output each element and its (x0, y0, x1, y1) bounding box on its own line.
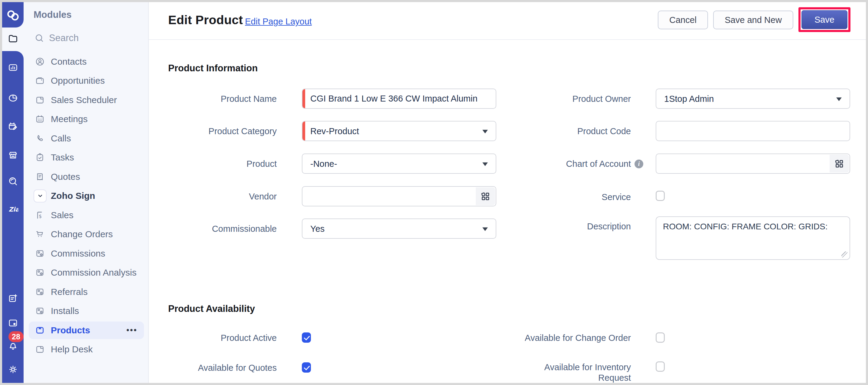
commissionable-select[interactable]: Yes (302, 219, 496, 239)
products-box-icon (35, 325, 45, 335)
main-panel: Edit Product Edit Page Layout Cancel Sav… (149, 2, 866, 383)
custom-module-icon (35, 268, 45, 278)
product-active-checkbox[interactable] (302, 332, 311, 343)
chart-of-account-lookup-field[interactable] (656, 154, 850, 174)
chart-of-account-input[interactable] (656, 154, 849, 173)
product-label: Product (186, 159, 277, 169)
sidebar-item-zoho-sign[interactable]: Zoho Sign (24, 187, 148, 206)
sidebar-item-referrals[interactable]: Referrals (24, 282, 148, 301)
custom-module-icon (35, 306, 45, 316)
available-for-inventory-request-checkbox[interactable] (656, 361, 665, 372)
sidebar-item-sales[interactable]: $ Sales (24, 205, 148, 225)
module-list: Contacts Opportunities Sales Scheduler M… (24, 52, 148, 359)
edit-page-layout-link[interactable]: Edit Page Layout (245, 17, 312, 27)
sidebar-item-opportunities[interactable]: Opportunities (24, 71, 148, 91)
product-code-field[interactable] (656, 121, 850, 141)
save-and-new-button[interactable]: Save and New (713, 10, 793, 29)
vendor-lookup-field[interactable] (302, 186, 496, 206)
description-textarea[interactable]: ROOM: CONFIG: FRAME COLOR: GRIDS: (656, 217, 849, 259)
product-owner-select[interactable]: 1Stop Admin (656, 89, 850, 109)
help-desk-icon (35, 345, 45, 354)
add-note-icon[interactable] (7, 293, 18, 304)
notification-badge[interactable]: 28 (8, 331, 24, 342)
available-for-change-order-checkbox[interactable] (656, 332, 665, 343)
commissionable-label: Commissionable (186, 224, 277, 234)
chevron-down-icon (483, 162, 488, 166)
zia-icon[interactable]: Zia (7, 204, 18, 215)
available-for-quotes-checkbox[interactable] (302, 362, 311, 373)
zoho-crm-logo-icon[interactable] (6, 8, 20, 22)
modules-sidebar: Modules + Search Contacts Opportunities … (24, 2, 149, 383)
product-select[interactable]: -None- (302, 154, 496, 174)
sidebar-item-sales-scheduler[interactable]: Sales Scheduler (24, 90, 148, 110)
annotation-highlight: Save (799, 7, 850, 32)
calendar-icon[interactable] (7, 318, 18, 328)
save-button[interactable]: Save (802, 10, 847, 29)
available-for-quotes-label: Available for Quotes (186, 363, 277, 373)
cancel-button[interactable]: Cancel (658, 10, 708, 29)
edit-product-form: Product Information Product Name Product… (149, 40, 866, 383)
lookup-grid-icon[interactable] (830, 155, 849, 172)
change-orders-cart-icon (35, 229, 45, 239)
product-code-label: Product Code (540, 126, 631, 137)
analytics-pie-icon[interactable] (7, 93, 18, 103)
zoho-crm-window: Zia 28 Modules + Search Contacts (2, 2, 866, 383)
settings-gear-icon[interactable] (7, 364, 18, 375)
available-for-change-order-label: Available for Change Order (510, 333, 631, 343)
section-product-information: Product Information (168, 63, 258, 74)
product-active-label: Product Active (186, 333, 277, 343)
sales-doc-icon: $ (35, 210, 45, 220)
sidebar-item-calls[interactable]: Calls (24, 129, 148, 148)
quotes-icon (35, 172, 45, 182)
available-for-inventory-request-label: Available for InventoryRequest (531, 362, 631, 383)
sidebar-item-quotes[interactable]: Quotes (24, 167, 148, 187)
search-icon (34, 33, 44, 43)
tasks-icon (35, 153, 45, 162)
modules-folder-icon[interactable] (7, 33, 18, 44)
marketplace-icon[interactable] (7, 150, 18, 160)
product-category-select[interactable]: Rev-Product (302, 121, 496, 141)
opportunities-icon (35, 76, 45, 86)
description-field: ROOM: CONFIG: FRAME COLOR: GRIDS: (656, 216, 850, 260)
zoho-sign-chevron-icon[interactable] (34, 190, 46, 202)
sidebar-item-change-orders[interactable]: Change Orders (24, 225, 148, 244)
page-title: Edit Product (168, 13, 243, 27)
lookup-grid-icon[interactable] (476, 187, 495, 205)
product-name-input[interactable] (303, 89, 496, 108)
custom-module-icon (35, 249, 45, 258)
calls-phone-icon (35, 134, 45, 143)
sidebar-item-contacts[interactable]: Contacts (24, 52, 148, 71)
service-label: Service (540, 192, 631, 202)
search-label: Search (49, 33, 79, 43)
sidebar-title: Modules (34, 9, 72, 20)
sidebar-item-commissions[interactable]: Commissions (24, 244, 148, 263)
product-owner-label: Product Owner (540, 94, 631, 104)
product-name-label: Product Name (186, 94, 277, 104)
chevron-down-icon (836, 97, 842, 101)
meetings-icon (35, 114, 45, 124)
sidebar-item-tasks[interactable]: Tasks (24, 148, 148, 167)
sidebar-item-commission-analysis[interactable]: Commission Analysis (24, 263, 148, 283)
global-search-icon[interactable] (7, 176, 18, 187)
contacts-icon (35, 57, 45, 66)
sidebar-item-meetings[interactable]: Meetings (24, 110, 148, 129)
vendor-input[interactable] (303, 187, 496, 206)
calendar-edit-icon[interactable] (7, 121, 18, 132)
chevron-down-icon (483, 130, 488, 133)
sidebar-item-help-desk[interactable]: Help Desk (24, 340, 148, 359)
chart-of-account-label: Chart of Account (540, 159, 631, 169)
service-checkbox[interactable] (656, 191, 665, 201)
products-more-menu[interactable]: ••• (126, 325, 137, 335)
product-code-input[interactable] (656, 122, 849, 140)
svg-text:Zia: Zia (8, 206, 18, 213)
sidebar-item-products[interactable]: Products ••• (24, 321, 148, 340)
product-name-field[interactable] (302, 89, 496, 109)
header-actions: Cancel Save and New Save (658, 7, 850, 32)
custom-module-icon (35, 287, 45, 297)
info-icon[interactable]: i (634, 160, 643, 168)
sidebar-item-installs[interactable]: Installs (24, 301, 148, 321)
dashboards-icon[interactable] (7, 62, 18, 73)
chevron-down-icon (483, 227, 488, 231)
sidebar-search[interactable]: Search (34, 32, 79, 44)
svg-text:$: $ (39, 213, 42, 219)
